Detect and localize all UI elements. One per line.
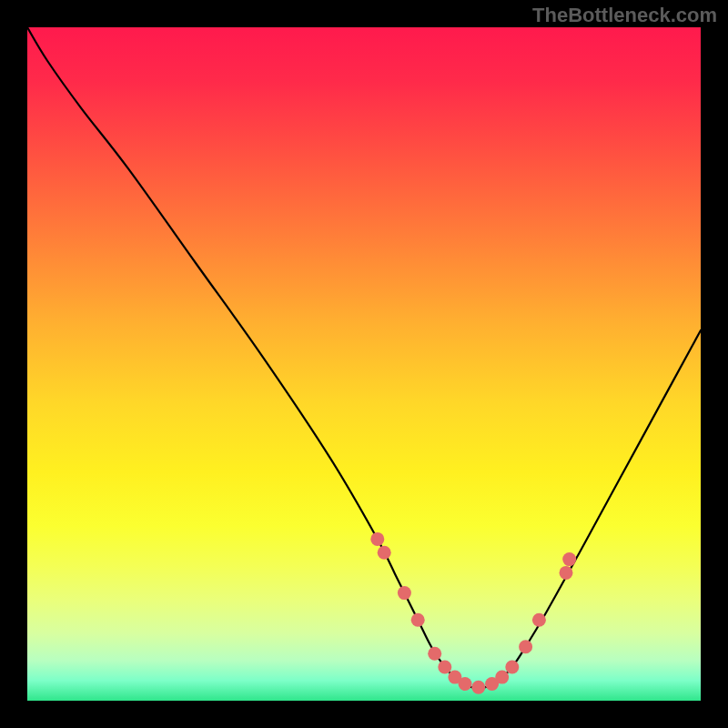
highlight-dot bbox=[398, 586, 411, 600]
highlight-dot bbox=[370, 532, 384, 546]
highlight-dot bbox=[532, 613, 546, 627]
highlight-dot bbox=[411, 613, 425, 627]
highlight-dot bbox=[495, 671, 509, 684]
highlight-dot bbox=[560, 566, 573, 580]
highlight-dot bbox=[519, 640, 532, 653]
highlight-dot bbox=[438, 661, 451, 674]
highlight-dot bbox=[459, 677, 472, 691]
bottleneck-curve bbox=[27, 27, 701, 688]
attribution-text: TheBottleneck.com bbox=[532, 4, 717, 27]
highlight-dot bbox=[428, 647, 441, 661]
highlight-dot bbox=[378, 546, 391, 560]
curve-svg bbox=[27, 27, 701, 701]
plot-area bbox=[27, 27, 701, 701]
highlight-dot bbox=[505, 661, 519, 674]
highlight-dot bbox=[562, 552, 576, 566]
highlight-dot bbox=[471, 681, 485, 694]
chart-frame: TheBottleneck.com bbox=[0, 0, 728, 728]
